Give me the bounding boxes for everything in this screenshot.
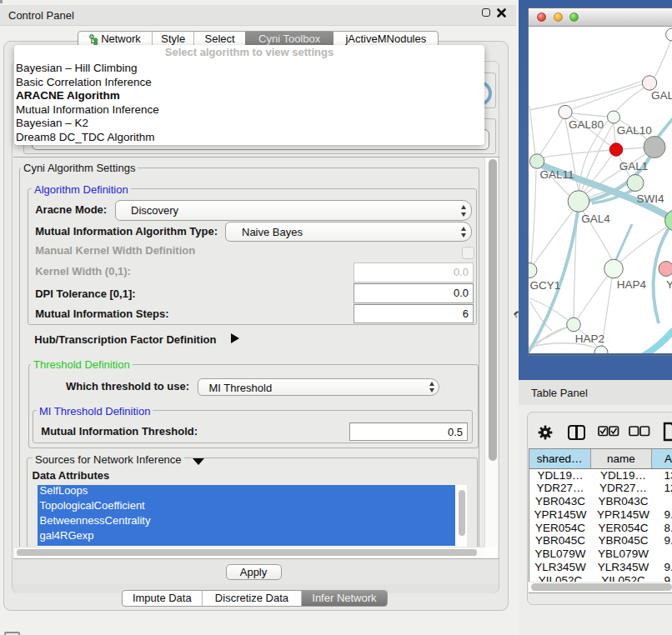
svg-text:YJ: YJ bbox=[666, 278, 672, 291]
svg-text:HAP4: HAP4 bbox=[617, 278, 647, 291]
svg-text:GCY1: GCY1 bbox=[530, 279, 561, 292]
svg-text:GAL80: GAL80 bbox=[569, 118, 604, 131]
svg-text:GAL4: GAL4 bbox=[581, 212, 610, 225]
svg-text:GAL7: GAL7 bbox=[651, 89, 672, 102]
svg-text:GAL11: GAL11 bbox=[539, 168, 574, 180]
svg-text:GAL1: GAL1 bbox=[619, 160, 649, 172]
svg-text:SWI4: SWI4 bbox=[636, 192, 664, 205]
svg-text:GAL10: GAL10 bbox=[617, 124, 652, 137]
svg-text:HAP2: HAP2 bbox=[575, 332, 604, 345]
